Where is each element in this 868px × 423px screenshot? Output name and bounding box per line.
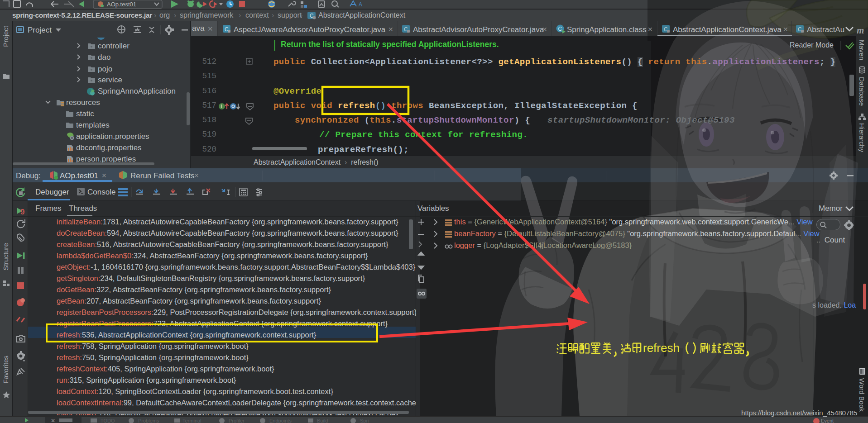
svg-text:✕: ✕ [51, 418, 55, 423]
svg-text:Rerun Failed Tests: Rerun Failed Tests [130, 171, 194, 180]
svg-text:templates: templates [76, 121, 110, 129]
svg-text:Problems: Problems [138, 418, 159, 423]
svg-text:TODO: TODO [101, 418, 115, 423]
svg-text:static: static [76, 109, 94, 118]
svg-text:dbconfig.properties: dbconfig.properties [76, 143, 142, 152]
svg-text:resources: resources [66, 98, 100, 107]
svg-text:Profiler: Profiler [229, 418, 245, 423]
svg-text:AbstractApplicationContext.jav: AbstractApplicationContext.java [673, 25, 782, 34]
svg-text:AOp.test01: AOp.test01 [107, 1, 136, 8]
svg-text:✕: ✕ [101, 172, 107, 179]
svg-text:SpringApplication.class: SpringApplication.class [567, 25, 647, 34]
svg-text:✕: ✕ [542, 26, 547, 33]
svg-text:AOp.test01: AOp.test01 [60, 171, 98, 180]
svg-text:application.properties: application.properties [76, 132, 149, 141]
svg-text:Event: Event [821, 418, 834, 423]
svg-text:✕: ✕ [647, 26, 653, 33]
svg-text:AbstractAu: AbstractAu [807, 25, 844, 34]
svg-text:person.properties: person.properties [76, 155, 136, 163]
svg-text:dao: dao [98, 53, 110, 62]
svg-text:service: service [98, 76, 122, 84]
svg-text:A: A [359, 1, 362, 8]
svg-text:Project: Project [28, 26, 52, 34]
svg-text:Console: Console [87, 188, 115, 196]
svg-text:✕: ✕ [388, 26, 393, 33]
svg-text:SpringAnnoApplication: SpringAnnoApplication [98, 87, 176, 95]
svg-text:controller: controller [98, 42, 129, 50]
svg-text:Terminal: Terminal [182, 418, 201, 423]
svg-text:9: 9 [20, 208, 24, 216]
svg-text:Endpoints: Endpoints [269, 418, 292, 423]
svg-text:AspectJAwareAdvisorAutoProxyCr: AspectJAwareAdvisorAutoProxyCreator.java [234, 25, 386, 34]
svg-text:AbstractAdvisorAutoProxyCreato: AbstractAdvisorAutoProxyCreator.java [413, 25, 544, 34]
svg-text:✕: ✕ [783, 26, 788, 33]
svg-text:Build: Build [317, 418, 328, 423]
svg-text:C: C [558, 26, 562, 32]
svg-text:✕: ✕ [194, 172, 199, 179]
svg-text:Spri: Spri [360, 418, 369, 423]
svg-text:pojo: pojo [98, 65, 112, 73]
svg-text:I: I [221, 104, 222, 109]
